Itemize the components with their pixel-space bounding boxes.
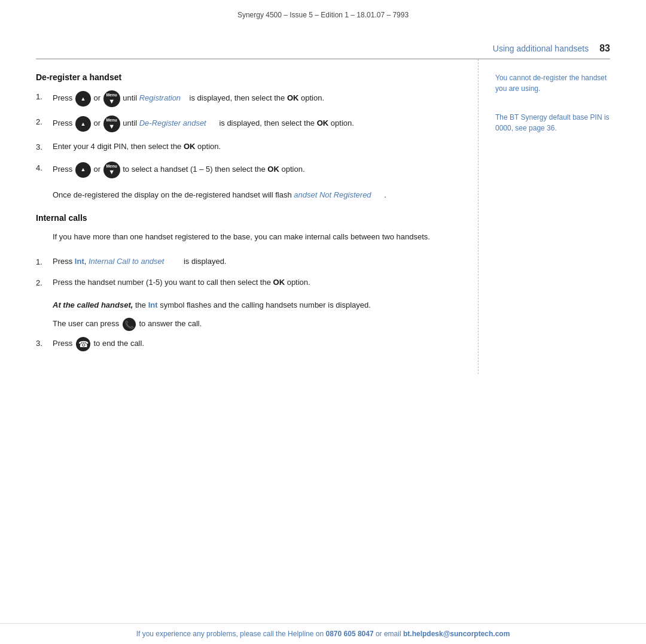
footer-phone: 0870 605 8047 [326, 630, 374, 638]
svg-text:☎: ☎ [78, 339, 88, 349]
end-step-list: 3. Press ☎ to end the call. [36, 337, 460, 351]
step-1: 1. Press ▲ or Menu ▼ until Registration … [36, 90, 460, 107]
header-title: Synergy 4500 – Issue 5 – Edition 1 – 18.… [237, 11, 409, 19]
step-1-num: 1. [36, 90, 53, 103]
page-number: 83 [599, 43, 610, 54]
step-3-content: Enter your 4 digit PIN, then select the … [53, 141, 460, 153]
int-label: Int [75, 257, 84, 266]
step-2-content: Press ▲ or Menu ▼ until De-Register ands… [53, 116, 460, 132]
up-arrow-icon-2: ▲ [75, 116, 91, 132]
end-call-icon: ☎ [76, 337, 90, 351]
up-arrow-icon-3: ▲ [75, 162, 91, 178]
not-registered-italic: andset Not Registered [294, 190, 371, 199]
int-step-1: 1. Press Int, Internal Call to andset is… [36, 256, 460, 268]
ok-2: OK [317, 119, 329, 127]
step-3: 3. Enter your 4 digit PIN, then select t… [36, 141, 460, 153]
up-arrow-icon-1: ▲ [75, 91, 91, 107]
int-step-2: 2. Press the handset number (1-5) you wa… [36, 277, 460, 289]
deregister-heading: De-register a handset [36, 72, 460, 82]
step-4-content: Press ▲ or Menu ▼ to select a handset (1… [53, 162, 460, 178]
deregister-note: Once de-registered the display on the de… [53, 189, 460, 202]
left-column: De-register a handset 1. Press ▲ or Menu… [36, 59, 479, 374]
answer-phone-icon: 📞 [123, 318, 136, 331]
internal-calls-intro: If you have more than one handset regist… [53, 231, 460, 244]
step-2: 2. Press ▲ or Menu ▼ until De-Register a… [36, 116, 460, 132]
main-content: De-register a handset 1. Press ▲ or Menu… [0, 59, 646, 374]
footer-text-middle: or email [376, 630, 401, 638]
registration-italic: Registration [139, 93, 181, 102]
int-step-2-num: 2. [36, 277, 53, 289]
step-3-num: 3. [36, 141, 53, 153]
step-4: 4. Press ▲ or Menu ▼ to select a handset… [36, 162, 460, 178]
internal-calls-heading: Internal calls [36, 213, 460, 223]
ok-4: OK [267, 165, 279, 174]
menu-down-icon-2: Menu ▼ [103, 116, 120, 132]
step-1-content: Press ▲ or Menu ▼ until Registration is … [53, 90, 460, 107]
int-step-1-content: Press Int, Internal Call to andset is di… [53, 256, 460, 268]
footer-email: bt.helpdesk@suncorptech.com [403, 630, 510, 638]
step-4-num: 4. [36, 162, 53, 174]
svg-text:📞: 📞 [124, 320, 135, 330]
menu-down-icon-1: Menu ▼ [103, 90, 120, 107]
deregister-italic: De-Register andset [139, 119, 206, 127]
int-step-2-content: Press the handset number (1-5) you want … [53, 277, 460, 288]
chapter-header: Using additional handsets 83 [0, 25, 646, 59]
section-title: Using additional handsets [493, 44, 589, 53]
int-call-italic: Internal Call to andset [89, 257, 164, 266]
deregister-steps: 1. Press ▲ or Menu ▼ until Registration … [36, 90, 460, 178]
int-step-3-num: 3. [36, 337, 53, 350]
internal-steps: 1. Press Int, Internal Call to andset is… [36, 256, 460, 288]
footer-text-before: If you experience any problems, please c… [136, 630, 324, 638]
right-column: You cannot de-register the handset you a… [479, 59, 610, 374]
int-symbol: Int [148, 300, 158, 309]
called-handset-note: At the called handset, the Int symbol fl… [53, 299, 460, 312]
step-2-num: 2. [36, 116, 53, 128]
ok-3: OK [184, 142, 196, 151]
called-handset-bold: At the called handset, [53, 300, 133, 309]
right-note-1: You cannot de-register the handset you a… [495, 72, 610, 94]
answer-call-note: The user can press 📞 to answer the call. [53, 318, 460, 331]
int-step-3: 3. Press ☎ to end the call. [36, 337, 460, 351]
page-header: Synergy 4500 – Issue 5 – Edition 1 – 18.… [0, 0, 646, 25]
ok-int: OK [273, 278, 285, 287]
int-step-3-content: Press ☎ to end the call. [53, 337, 460, 351]
menu-down-icon-3: Menu ▼ [103, 162, 120, 178]
footer: If you experience any problems, please c… [0, 623, 646, 644]
ok-1: OK [287, 93, 299, 102]
right-note-2: The BT Synergy default base PIN is 0000,… [495, 112, 610, 133]
int-step-1-num: 1. [36, 256, 53, 268]
